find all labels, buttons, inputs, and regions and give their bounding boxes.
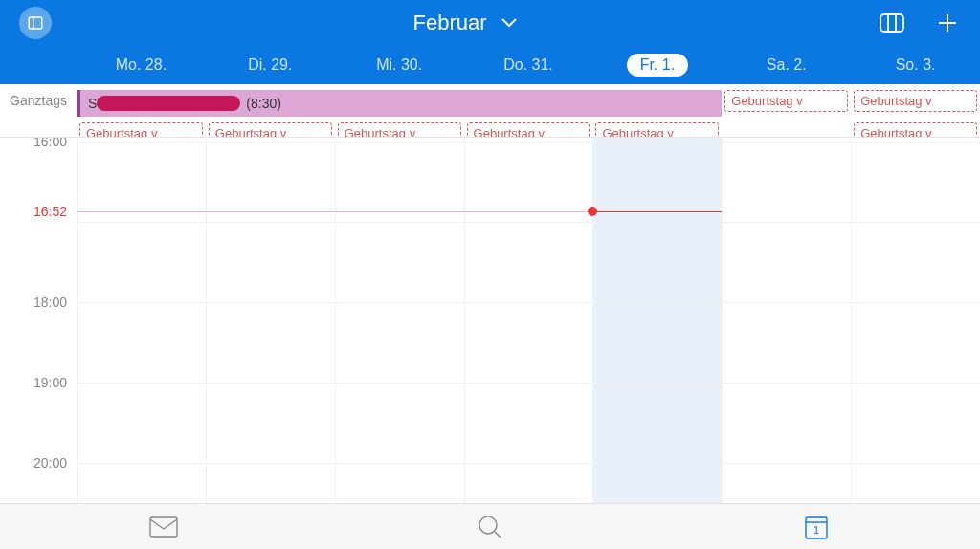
allday-grid: S(8:30)Geburtstag vGeburtstag vGeburtsta…	[77, 84, 980, 137]
time-column[interactable]	[851, 138, 980, 503]
time-labels: 16:0018:0019:0020:0016:52	[0, 138, 77, 503]
time-column[interactable]	[77, 138, 206, 503]
allday-event[interactable]: S(8:30)	[77, 90, 722, 117]
search-tab[interactable]	[475, 512, 505, 542]
day-cell[interactable]: Mi. 30.	[335, 46, 464, 84]
chevron-down-icon	[501, 17, 518, 29]
now-line-past	[77, 211, 592, 212]
calendar-day-number: 1	[813, 524, 819, 536]
now-indicator-dot	[588, 207, 597, 216]
svg-rect-7	[150, 517, 177, 537]
time-column[interactable]	[206, 138, 335, 503]
time-column[interactable]	[722, 138, 851, 503]
svg-line-9	[495, 532, 501, 538]
allday-section: Ganztags S(8:30)Geburtstag vGeburtstag v…	[0, 84, 980, 138]
add-event-button[interactable]	[934, 10, 961, 36]
columns-icon	[880, 13, 904, 33]
hour-line	[77, 222, 980, 223]
sidebar-toggle-button[interactable]	[19, 7, 52, 39]
search-icon	[478, 515, 502, 539]
view-options-button[interactable]	[879, 10, 905, 36]
day-label: Mi. 30.	[376, 56, 422, 74]
hour-label: 18:00	[33, 295, 67, 310]
day-label: Sa. 2.	[767, 56, 807, 74]
header: Februar Mo. 28.Di. 29.Mi. 30.Do. 31.Fr. …	[0, 0, 980, 84]
day-cell[interactable]: Do. 31.	[464, 46, 593, 84]
day-cell[interactable]: Sa. 2.	[722, 46, 851, 84]
day-label: Mo. 28.	[116, 56, 167, 74]
bottom-bar: 1	[0, 503, 980, 549]
event-prefix: S	[88, 96, 97, 111]
sidebar-icon	[27, 14, 44, 32]
event-time: (8:30)	[246, 96, 281, 111]
day-cell[interactable]: Fr. 1.	[592, 46, 722, 84]
header-right	[879, 10, 961, 36]
day-label: Di. 29.	[248, 56, 292, 74]
day-cell[interactable]: Di. 29.	[206, 46, 335, 84]
day-label: Fr. 1.	[627, 54, 688, 77]
birthday-event[interactable]: Geburtstag v	[854, 90, 977, 112]
allday-label: Ganztags	[0, 84, 77, 137]
day-label: So. 3.	[896, 56, 936, 74]
hour-line	[77, 142, 980, 143]
days-row: Mo. 28.Di. 29.Mi. 30.Do. 31.Fr. 1.Sa. 2.…	[0, 46, 980, 84]
time-column[interactable]	[335, 138, 464, 503]
calendar-icon: 1	[805, 515, 828, 539]
day-label: Do. 31.	[503, 56, 553, 74]
day-cell[interactable]: Mo. 28.	[77, 46, 206, 84]
day-cell[interactable]: So. 3.	[851, 46, 980, 84]
event-redacted	[97, 96, 240, 111]
calendar-tab[interactable]: 1	[801, 512, 832, 542]
birthday-event[interactable]: Geburtstag v	[854, 122, 977, 138]
hour-line	[77, 383, 980, 384]
grid-body[interactable]	[77, 138, 980, 503]
mail-icon	[149, 516, 178, 538]
hour-line	[77, 463, 980, 464]
header-left	[19, 7, 52, 39]
time-column[interactable]	[592, 138, 722, 503]
birthday-event[interactable]: Geburtstag v	[79, 122, 203, 138]
month-selector[interactable]: Februar	[412, 11, 517, 35]
svg-point-8	[479, 516, 497, 534]
time-grid[interactable]: 16:0018:0019:0020:0016:52	[0, 138, 980, 503]
birthday-event[interactable]: Geburtstag v	[209, 122, 332, 138]
month-label: Februar	[412, 11, 486, 35]
header-top: Februar	[0, 0, 980, 46]
mail-tab[interactable]	[148, 512, 179, 542]
plus-icon	[936, 11, 959, 34]
now-label: 16:52	[33, 204, 67, 219]
hour-label: 20:00	[33, 455, 67, 471]
birthday-event[interactable]: Geburtstag v	[724, 90, 848, 112]
time-column[interactable]	[464, 138, 593, 503]
birthday-event[interactable]: Geburtstag v	[467, 122, 590, 138]
birthday-event[interactable]: Geburtstag v	[595, 122, 719, 138]
hour-label: 19:00	[33, 375, 67, 390]
birthday-event[interactable]: Geburtstag v	[338, 122, 461, 138]
hour-line	[77, 302, 980, 303]
svg-rect-0	[29, 17, 42, 29]
now-line	[592, 211, 722, 212]
hour-label: 16:00	[33, 138, 67, 149]
svg-rect-2	[880, 14, 903, 32]
